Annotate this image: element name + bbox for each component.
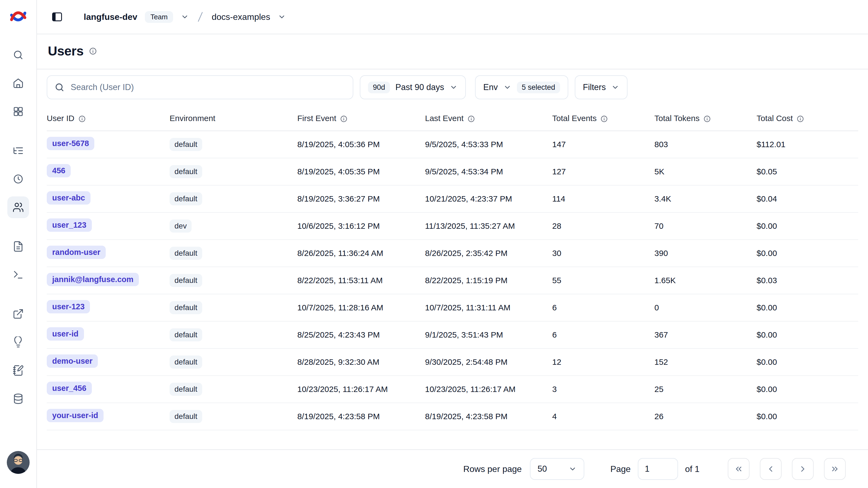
table-row[interactable]: your-user-id default 8/19/2025, 4:23:58 … xyxy=(47,403,858,430)
user-id-badge[interactable]: demo-user xyxy=(47,354,98,368)
environment-cell: default xyxy=(169,403,297,430)
user-id-badge[interactable]: your-user-id xyxy=(47,409,103,422)
user-id-badge[interactable]: jannik@langfuse.com xyxy=(47,273,139,286)
search-input[interactable] xyxy=(71,82,346,92)
page-info-icon[interactable] xyxy=(89,47,97,55)
user-id-badge[interactable]: user_123 xyxy=(47,219,92,232)
table-row[interactable]: demo-user default 8/28/2025, 9:32:30 AM … xyxy=(47,348,858,376)
first-event-cell: 8/19/2025, 3:36:27 PM xyxy=(297,185,425,212)
table-row[interactable]: user_456 default 10/23/2025, 11:26:17 AM… xyxy=(47,376,858,403)
page-input[interactable] xyxy=(638,458,678,480)
column-header-last-event[interactable]: Last Event xyxy=(425,106,552,131)
chevrons-right-icon xyxy=(830,464,839,473)
rows-per-page-label: Rows per page xyxy=(463,464,522,474)
user-id-badge[interactable]: user-abc xyxy=(47,191,91,205)
app-root: langfuse-dev Team docs-examples Users xyxy=(0,0,868,488)
total-tokens-cell: 1.65K xyxy=(654,267,756,294)
list-tree-icon xyxy=(12,145,24,156)
table-row[interactable]: 456 default 8/19/2025, 4:05:35 PM 9/5/20… xyxy=(47,158,858,185)
column-header-total-cost[interactable]: Total Cost xyxy=(756,106,858,131)
last-event-cell: 11/13/2025, 11:35:27 AM xyxy=(425,212,552,240)
first-page-button[interactable] xyxy=(728,458,749,480)
user-id-badge[interactable]: random-user xyxy=(47,246,106,259)
column-header-total-tokens[interactable]: Total Tokens xyxy=(654,106,756,131)
sidebar-item-sessions[interactable] xyxy=(7,168,29,190)
user-id-cell: 456 xyxy=(47,158,169,185)
user-id-cell: demo-user xyxy=(47,348,169,376)
user-id-badge[interactable]: user-id xyxy=(47,327,84,341)
table-row[interactable]: user_123 dev 10/6/2025, 3:16:12 PM 11/13… xyxy=(47,212,858,240)
table-row[interactable]: jannik@langfuse.com default 8/22/2025, 1… xyxy=(47,267,858,294)
date-range-badge: 90d xyxy=(368,82,390,93)
user-id-cell: user_123 xyxy=(47,212,169,240)
sidebar-item-users[interactable] xyxy=(7,196,29,218)
sidebar-item-database[interactable] xyxy=(7,388,29,410)
table-row[interactable]: user-id default 8/25/2025, 4:23:43 PM 9/… xyxy=(47,321,858,348)
square-arrow-out-icon xyxy=(12,308,24,320)
organization-selector[interactable]: langfuse-dev Team xyxy=(84,11,189,23)
table-row[interactable]: user-5678 default 8/19/2025, 4:05:36 PM … xyxy=(47,131,858,158)
column-header-first-event[interactable]: First Event xyxy=(297,106,425,131)
user-id-badge[interactable]: 456 xyxy=(47,164,71,177)
chevron-right-icon xyxy=(798,464,807,473)
environment-badge: default xyxy=(169,165,202,178)
sidebar-toggle-button[interactable] xyxy=(48,9,66,25)
next-page-button[interactable] xyxy=(792,458,814,480)
table-row[interactable]: random-user default 8/26/2025, 11:36:24 … xyxy=(47,240,858,267)
info-icon[interactable] xyxy=(78,115,86,123)
rows-per-page-value: 50 xyxy=(537,464,547,474)
sidebar-item-search[interactable] xyxy=(7,44,29,66)
user-id-badge[interactable]: user-5678 xyxy=(47,137,94,150)
total-cost-cell: $0.00 xyxy=(756,376,858,403)
info-icon[interactable] xyxy=(600,115,608,123)
sidebar-item-datasets[interactable] xyxy=(7,360,29,381)
sidebar-item-home[interactable] xyxy=(7,73,29,94)
sidebar-item-annotation[interactable] xyxy=(7,331,29,353)
environment-cell: default xyxy=(169,267,297,294)
last-event-cell: 9/5/2025, 4:53:33 PM xyxy=(425,131,552,158)
column-label: Environment xyxy=(169,114,215,123)
environment-badge: default xyxy=(169,355,202,369)
page-label: Page xyxy=(610,464,631,474)
project-selector[interactable]: docs-examples xyxy=(212,12,286,22)
user-id-badge[interactable]: user-123 xyxy=(47,300,90,313)
column-header-environment[interactable]: Environment xyxy=(169,106,297,131)
column-header-total-events[interactable]: Total Events xyxy=(552,106,654,131)
sidebar-item-tracing[interactable] xyxy=(7,140,29,162)
langfuse-logo[interactable] xyxy=(9,0,27,34)
rows-per-page-select[interactable]: 50 xyxy=(530,458,584,480)
filters-button[interactable]: Filters xyxy=(575,75,627,99)
last-event-cell: 9/5/2025, 4:53:34 PM xyxy=(425,158,552,185)
table-row[interactable]: user-abc default 8/19/2025, 3:36:27 PM 1… xyxy=(47,185,858,212)
first-event-cell: 8/19/2025, 4:23:58 PM xyxy=(297,403,425,430)
info-icon[interactable] xyxy=(703,115,711,123)
column-header-user-id[interactable]: User ID xyxy=(47,106,169,131)
users-table-container: User ID Environment First Event Last Eve… xyxy=(37,106,868,449)
info-icon[interactable] xyxy=(797,115,804,123)
total-events-cell: 114 xyxy=(552,185,654,212)
user-avatar[interactable] xyxy=(7,451,30,474)
environment-badge: dev xyxy=(169,220,192,233)
user-id-cell: user-abc xyxy=(47,185,169,212)
column-label: Last Event xyxy=(425,114,464,123)
environment-cell: default xyxy=(169,321,297,348)
table-row[interactable]: user-123 default 10/7/2025, 11:28:16 AM … xyxy=(47,294,858,321)
last-page-button[interactable] xyxy=(824,458,846,480)
sidebar-item-evaluation[interactable] xyxy=(7,303,29,325)
environment-badge: default xyxy=(169,247,202,260)
user-id-cell: user-123 xyxy=(47,294,169,321)
column-label: First Event xyxy=(297,114,336,123)
total-events-cell: 55 xyxy=(552,267,654,294)
sidebar-item-dashboards[interactable] xyxy=(7,101,29,122)
sidebar-item-prompts[interactable] xyxy=(7,235,29,257)
date-range-button[interactable]: 90d Past 90 days xyxy=(360,75,466,99)
info-icon[interactable] xyxy=(340,115,348,123)
previous-page-button[interactable] xyxy=(760,458,782,480)
environment-badge: default xyxy=(169,274,202,287)
info-icon[interactable] xyxy=(467,115,475,123)
user-id-badge[interactable]: user_456 xyxy=(47,382,92,395)
sidebar-item-playground[interactable] xyxy=(7,264,29,286)
project-name: docs-examples xyxy=(212,12,270,22)
environment-filter-button[interactable]: Env 5 selected xyxy=(475,75,568,99)
user-id-cell: your-user-id xyxy=(47,403,169,430)
